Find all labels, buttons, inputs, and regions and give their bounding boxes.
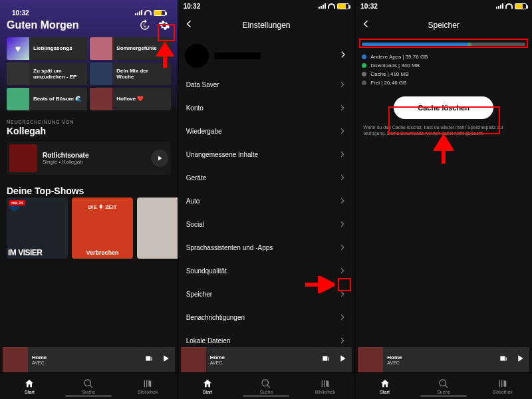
settings-gear-icon[interactable] [158, 19, 171, 32]
status-time: 10:32 [184, 3, 201, 10]
tile-playlist[interactable]: Sommergefühle [90, 37, 170, 60]
history-icon[interactable] [138, 19, 151, 32]
profile-row[interactable] [178, 39, 355, 73]
tile-album[interactable]: Zu spät um umzudrehen - EP [7, 63, 87, 85]
panel-home: 10:32 Guten Morgen ♥ Lieblingssongs [0, 0, 178, 399]
bottom-nav: Start Suche Bibliothek [0, 372, 178, 399]
settings-row-ger-te[interactable]: Geräte [178, 166, 355, 190]
storage-segment [362, 43, 468, 46]
nav-start[interactable]: Start [0, 373, 59, 399]
tile-playlist[interactable]: Beats of Büsum 🌊 [7, 88, 87, 110]
top-shows-heading: Deine Top-Shows [7, 186, 171, 196]
cover-art [90, 63, 112, 85]
nav-start[interactable]: Start [355, 373, 414, 399]
show-card[interactable]: rbb 24 IM VISIER [7, 198, 68, 259]
cover-art [90, 37, 112, 60]
back-icon[interactable] [184, 19, 194, 32]
nowplaying-title: Home [387, 354, 495, 360]
settings-row-label: Data Saver [186, 81, 219, 88]
nowplaying-artist: AVEC [210, 360, 318, 365]
nowplaying-title: Home [32, 354, 140, 360]
storage-header: Speicher [355, 12, 532, 39]
tile-playlist[interactable]: Hollove ❤️ [90, 88, 170, 110]
now-playing-bar[interactable]: Home AVEC [358, 347, 529, 372]
legend-dot-icon [362, 63, 366, 68]
greeting-title: Guten Morgen [7, 19, 78, 31]
wifi-icon [144, 10, 152, 15]
devices-icon[interactable] [144, 354, 154, 366]
settings-row-data-saver[interactable]: Data Saver [178, 73, 355, 96]
tile-mix[interactable]: Dein Mix der Woche [90, 63, 170, 85]
settings-row-social[interactable]: Social [178, 213, 355, 236]
tile-label: Beats of Büsum 🌊 [29, 96, 86, 102]
legend-item: Cache | 418 MB [362, 71, 525, 77]
cover-art [181, 347, 206, 372]
nav-label: Start [380, 390, 390, 394]
clear-cache-hint: Wenn du den Cache löschst, hast du wiede… [355, 122, 532, 140]
settings-row-soundqualit-t[interactable]: Soundqualität [178, 259, 355, 283]
nowplaying-title: Home [210, 354, 318, 360]
play-icon[interactable] [515, 353, 525, 366]
nav-start[interactable]: Start [178, 373, 237, 399]
nav-label: Suche [82, 390, 95, 394]
chevron-right-icon [338, 290, 346, 299]
tile-liked-songs[interactable]: ♥ Lieblingssongs [7, 37, 87, 60]
home-indicator [65, 395, 112, 397]
tile-label: Sommergefühle [112, 45, 160, 51]
tile-label: Hollove ❤️ [112, 96, 148, 102]
new-release-card[interactable]: Rotlichtsonate Single • Kollegah [7, 142, 171, 175]
release-artist: Kollegah [7, 126, 171, 136]
now-playing-bar[interactable]: Home AVEC [3, 347, 175, 372]
battery-icon [515, 3, 527, 9]
settings-row-wiedergabe[interactable]: Wiedergabe [178, 120, 355, 143]
show-card[interactable]: DIE 🎙 ZEIT Verbrechen [72, 198, 133, 259]
settings-row-sprachassistenten-und-apps[interactable]: Sprachassistenten und -Apps [178, 236, 355, 259]
page-title: Einstellungen [242, 21, 290, 30]
devices-icon[interactable] [321, 354, 331, 366]
wifi-icon [328, 3, 335, 9]
legend-item: Downloads | 340 MB [362, 63, 525, 68]
clear-cache-button[interactable]: Cache löschen [394, 96, 493, 119]
settings-row-label: Speicher [186, 291, 212, 298]
status-bar: 10:32 [178, 0, 355, 12]
cover-art [3, 347, 28, 372]
release-eyebrow: NEUERSCHEINUNG VON [7, 120, 171, 124]
settings-row-label: Sprachassistenten und -Apps [186, 244, 273, 251]
settings-row-unangemessene-inhalte[interactable]: Unangemessene Inhalte [178, 143, 355, 166]
play-icon[interactable] [160, 353, 171, 366]
back-icon[interactable] [360, 19, 371, 32]
legend-label: Cache | 418 MB [370, 71, 408, 77]
settings-row-label: Lokale Dateien [186, 337, 231, 344]
nav-label: Suche [260, 390, 273, 394]
nav-library[interactable]: Bibliothek [118, 373, 178, 399]
panel-storage: 10:32 Speicher Andere Apps | 39,76 GBDow… [354, 0, 532, 399]
panel-settings: 10:32 Einstellungen Data SaverKontoWiede… [178, 0, 355, 399]
chevron-right-icon [338, 220, 346, 229]
chevron-right-icon [338, 243, 346, 253]
now-playing-bar[interactable]: Home AVEC [181, 347, 352, 372]
chevron-right-icon [338, 80, 346, 90]
top-shows-row[interactable]: rbb 24 IM VISIER DIE 🎙 ZEIT Verbrechen ● [0, 198, 178, 259]
play-icon[interactable] [151, 150, 168, 167]
devices-icon[interactable] [499, 354, 508, 366]
nav-library[interactable]: Bibliothek [296, 373, 355, 399]
nav-library[interactable]: Bibliothek [473, 373, 532, 399]
nav-label: Start [25, 390, 35, 394]
show-card[interactable]: ● [137, 198, 178, 259]
page-title: Speicher [428, 21, 459, 30]
avatar [185, 44, 209, 68]
nav-label: Bibliothek [315, 390, 335, 394]
settings-row-label: Soundqualität [186, 267, 227, 275]
cover-art [90, 88, 112, 110]
nav-label: Suche [437, 390, 450, 394]
play-icon[interactable] [337, 353, 348, 366]
settings-row-benachrichtigungen[interactable]: Benachrichtigungen [178, 306, 355, 329]
bottom-nav: Start Suche Bibliothek [355, 372, 532, 399]
legend-item: Frei | 20,46 GB [362, 80, 525, 86]
nav-label: Bibliothek [493, 390, 513, 394]
settings-row-speicher[interactable]: Speicher [178, 283, 355, 306]
legend-label: Downloads | 340 MB [370, 63, 420, 68]
legend-dot-icon [362, 80, 366, 85]
settings-row-auto[interactable]: Auto [178, 190, 355, 213]
settings-row-konto[interactable]: Konto [178, 96, 355, 120]
